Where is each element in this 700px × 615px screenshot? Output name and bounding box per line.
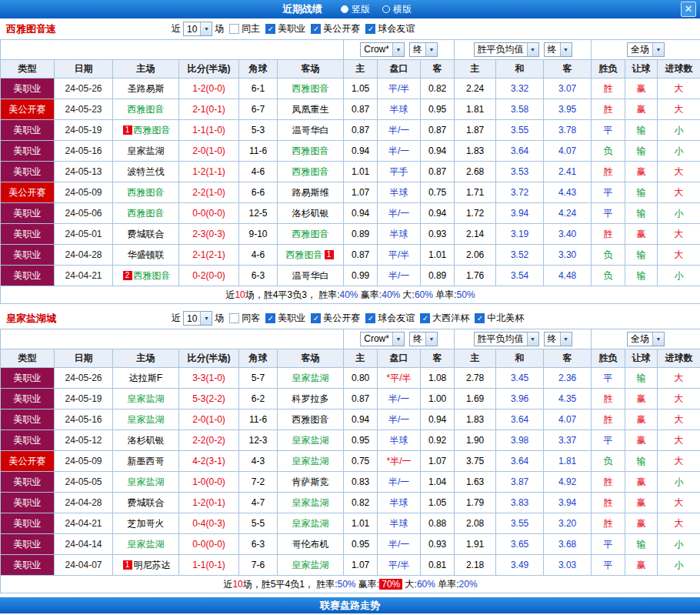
away-team-cell[interactable]: 皇家盐湖 bbox=[278, 368, 344, 389]
filter-checkbox[interactable]: ✓中北美杯 bbox=[475, 312, 524, 325]
away-team-cell[interactable]: 西雅图音1 bbox=[278, 245, 344, 266]
column-header: 进球数 bbox=[658, 349, 700, 368]
score-cell[interactable]: 2-3(0-3) bbox=[179, 224, 239, 245]
bottombar-link[interactable]: 联赛盘路走势 bbox=[0, 597, 700, 613]
home-team-cell[interactable]: 圣路易斯 bbox=[113, 79, 179, 99]
score-cell[interactable]: 2-0(1-0) bbox=[179, 141, 239, 162]
filter-checkbox[interactable]: ✓美公开赛 bbox=[311, 312, 360, 325]
goals-cell: 小 bbox=[658, 203, 700, 224]
score-cell[interactable]: 2-1(2-1) bbox=[179, 245, 239, 266]
date-cell: 24-04-28 bbox=[55, 245, 113, 266]
match-row: 美职业24-04-21芝加哥火0-4(0-3)5-5皇家盐湖1.01半球0.88… bbox=[1, 513, 700, 534]
filter-checkbox[interactable]: ✓球会友谊 bbox=[365, 22, 415, 35]
home-team-cell[interactable]: 皇家盐湖 bbox=[113, 472, 179, 493]
away-team-cell[interactable]: 西雅图音 bbox=[278, 409, 344, 430]
score-cell[interactable]: 0-0(0-0) bbox=[179, 534, 239, 555]
away-team-cell[interactable]: 皇家盐湖 bbox=[278, 513, 344, 534]
away-team-cell[interactable]: 皇家盐湖 bbox=[278, 451, 344, 472]
score-cell[interactable]: 2-2(1-0) bbox=[179, 182, 239, 203]
filter-checkbox[interactable]: ✓美职业 bbox=[265, 22, 305, 35]
home-team-cell[interactable]: 皇家盐湖 bbox=[113, 534, 179, 555]
filter-checkbox[interactable]: 同主 bbox=[229, 22, 260, 35]
score-cell[interactable]: 1-1(1-0) bbox=[179, 120, 239, 141]
home-team-cell[interactable]: 西雅图音 bbox=[113, 203, 179, 224]
away-team-cell[interactable]: 科罗拉多 bbox=[278, 389, 344, 409]
asian-final-select[interactable]: 终▼ bbox=[409, 42, 438, 57]
asian-away-odds: 0.94 bbox=[421, 409, 455, 430]
home-team-cell[interactable]: 洛杉矶银 bbox=[113, 430, 179, 451]
home-team-cell[interactable]: 费城联合 bbox=[113, 224, 179, 245]
column-header: 主场 bbox=[113, 349, 179, 368]
summary-text: 近10场，胜5平4负1， 胜率:50% 赢率:70% 大:60% 单率:20% bbox=[1, 576, 700, 593]
away-team-cell[interactable]: 皇家盐湖 bbox=[278, 430, 344, 451]
filter-checkbox[interactable]: 同客 bbox=[229, 312, 260, 325]
home-team-cell[interactable]: 西雅图音 bbox=[113, 182, 179, 203]
filter-checkbox[interactable]: ✓大西洋杯 bbox=[420, 312, 469, 325]
score-cell[interactable]: 1-2(0-0) bbox=[179, 79, 239, 99]
score-cell[interactable]: 2-1(0-1) bbox=[179, 99, 239, 120]
filter-checkbox[interactable]: ✓美职业 bbox=[265, 312, 305, 325]
europe-final-select[interactable]: 终▼ bbox=[544, 332, 572, 346]
europe-odds-select[interactable]: 胜平负均值▼ bbox=[474, 332, 539, 346]
away-team-cell[interactable]: 西雅图音 bbox=[278, 224, 344, 245]
home-team-cell[interactable]: 2西雅图音 bbox=[113, 266, 179, 286]
date-cell: 24-05-26 bbox=[55, 368, 113, 389]
score-cell[interactable]: 2-0(1-0) bbox=[179, 409, 239, 430]
away-team-cell[interactable]: 肯萨斯竞 bbox=[278, 472, 344, 493]
home-team-cell[interactable]: 皇家盐湖 bbox=[113, 389, 179, 409]
asian-home-odds: 0.87 bbox=[344, 99, 378, 120]
away-team-cell[interactable]: 皇家盐湖 bbox=[278, 555, 344, 576]
away-team-cell[interactable]: 凤凰重生 bbox=[278, 99, 344, 120]
home-team-cell[interactable]: 1明尼苏达 bbox=[113, 555, 179, 576]
home-team-cell[interactable]: 皇家盐湖 bbox=[113, 141, 179, 162]
radio-vertical[interactable]: 竖版 bbox=[341, 3, 370, 16]
home-team-cell[interactable]: 波特兰伐 bbox=[113, 162, 179, 182]
score-cell[interactable]: 1-0(0-0) bbox=[179, 472, 239, 493]
filter-checkbox[interactable]: ✓球会友谊 bbox=[365, 312, 415, 325]
away-team-cell[interactable]: 洛杉矶银 bbox=[278, 203, 344, 224]
home-team-cell[interactable]: 皇家盐湖 bbox=[113, 409, 179, 430]
odds-company-select[interactable]: Crow*▼ bbox=[360, 332, 405, 346]
home-team-cell[interactable]: 1西雅图音 bbox=[113, 120, 179, 141]
score-cell[interactable]: 3-3(1-0) bbox=[179, 368, 239, 389]
score-cell[interactable]: 2-2(0-2) bbox=[179, 430, 239, 451]
score-cell[interactable]: 0-4(0-3) bbox=[179, 513, 239, 534]
away-team-cell[interactable]: 温哥华白 bbox=[278, 120, 344, 141]
home-team-cell[interactable]: 华盛顿联 bbox=[113, 245, 179, 266]
away-team-cell[interactable]: 皇家盐湖 bbox=[278, 493, 344, 513]
score-cell[interactable]: 1-1(0-1) bbox=[179, 555, 239, 576]
score-cell[interactable]: 5-3(2-2) bbox=[179, 389, 239, 409]
score-cell[interactable]: 0-2(0-0) bbox=[179, 266, 239, 286]
scope-select[interactable]: 全场▼ bbox=[627, 42, 665, 57]
filter-checkbox[interactable]: ✓美公开赛 bbox=[311, 22, 360, 35]
select-value: Crow* bbox=[361, 333, 392, 346]
asian-final-select[interactable]: 终▼ bbox=[409, 332, 438, 346]
away-team-cell[interactable]: 西雅图音 bbox=[278, 141, 344, 162]
scope-select[interactable]: 全场▼ bbox=[627, 332, 665, 346]
corner-cell: 4-6 bbox=[239, 245, 278, 266]
score-cell[interactable]: 1-2(1-1) bbox=[179, 162, 239, 182]
match-count-select[interactable]: 10▼ bbox=[183, 311, 212, 326]
score-cell[interactable]: 0-0(0-0) bbox=[179, 203, 239, 224]
goals-cell: 小 bbox=[658, 555, 700, 576]
away-team-cell[interactable]: 哥伦布机 bbox=[278, 534, 344, 555]
euro-draw-odds: 3.55 bbox=[496, 513, 544, 534]
match-count-select[interactable]: 10▼ bbox=[183, 22, 212, 36]
home-team-cell[interactable]: 芝加哥火 bbox=[113, 513, 179, 534]
score-cell[interactable]: 1-2(0-1) bbox=[179, 493, 239, 513]
radio-horizontal[interactable]: 横版 bbox=[382, 3, 412, 16]
column-header: 胜负 bbox=[592, 60, 625, 79]
away-team-cell[interactable]: 西雅图音 bbox=[278, 162, 344, 182]
home-team-cell[interactable]: 西雅图音 bbox=[113, 99, 179, 120]
home-team-cell[interactable]: 达拉斯F bbox=[113, 368, 179, 389]
away-team-cell[interactable]: 路易斯维 bbox=[278, 182, 344, 203]
away-team-cell[interactable]: 温哥华白 bbox=[278, 266, 344, 286]
score-cell[interactable]: 4-2(3-1) bbox=[179, 451, 239, 472]
europe-odds-select[interactable]: 胜平负均值▼ bbox=[474, 42, 539, 57]
close-icon[interactable]: ✕ bbox=[681, 2, 696, 17]
europe-final-select[interactable]: 终▼ bbox=[544, 42, 572, 57]
home-team-cell[interactable]: 新墨西哥 bbox=[113, 451, 179, 472]
away-team-cell[interactable]: 西雅图音 bbox=[278, 79, 344, 99]
odds-company-select[interactable]: Crow*▼ bbox=[360, 42, 405, 57]
home-team-cell[interactable]: 费城联合 bbox=[113, 493, 179, 513]
